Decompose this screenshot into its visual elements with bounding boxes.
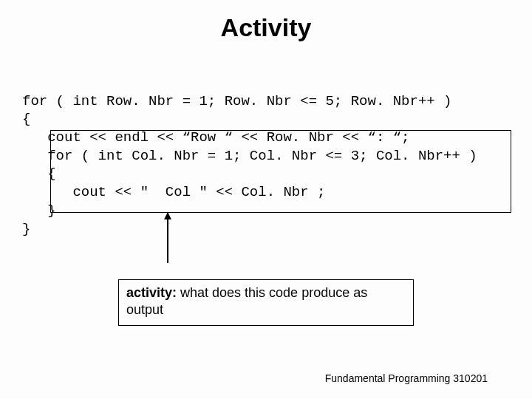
activity-callout: activity: what does this code produce as… bbox=[118, 279, 414, 326]
arrow-connector bbox=[167, 213, 168, 263]
code-line-1: for ( int Row. Nbr = 1; Row. Nbr <= 5; R… bbox=[22, 93, 452, 109]
activity-label: activity: bbox=[126, 285, 177, 300]
code-block: for ( int Row. Nbr = 1; Row. Nbr <= 5; R… bbox=[22, 74, 510, 238]
footer-text: Fundamental Programming 310201 bbox=[325, 372, 488, 384]
slide-title: Activity bbox=[0, 0, 532, 42]
code-line-5: { bbox=[22, 166, 56, 182]
code-line-4: for ( int Col. Nbr = 1; Col. Nbr <= 3; C… bbox=[22, 148, 477, 164]
code-line-8: } bbox=[22, 221, 30, 237]
code-line-2: { bbox=[22, 111, 30, 127]
code-line-7: } bbox=[22, 202, 56, 219]
code-line-6: cout << " Col " << Col. Nbr ; bbox=[22, 184, 325, 200]
code-line-3: cout << endl << “Row “ << Row. Nbr << “:… bbox=[22, 129, 410, 146]
